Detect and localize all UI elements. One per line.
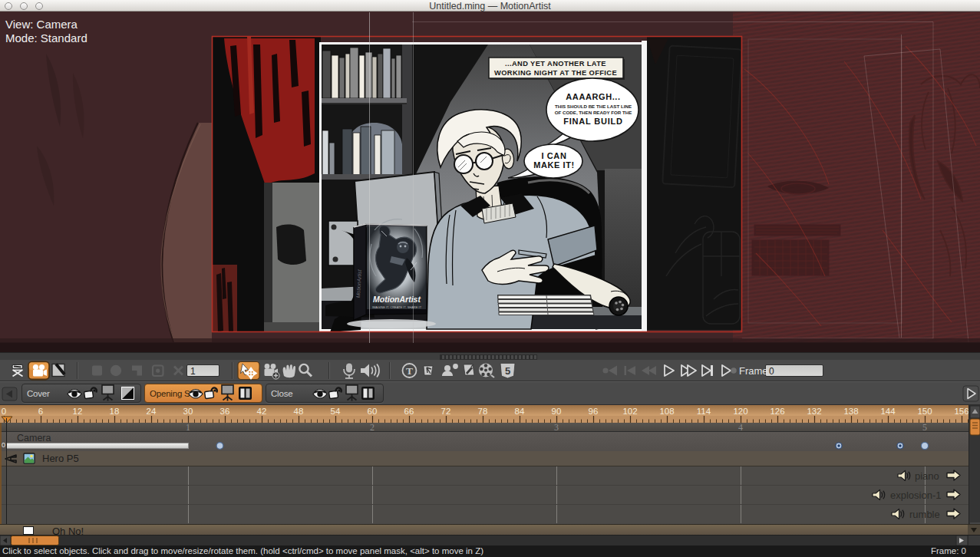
svg-text:MotionArtist: MotionArtist	[373, 295, 421, 304]
svg-text:78: 78	[478, 407, 488, 416]
svg-text:96: 96	[589, 407, 599, 416]
svg-text:54: 54	[331, 407, 341, 416]
svg-text:48: 48	[294, 407, 304, 416]
svg-text:66: 66	[404, 407, 414, 416]
svg-text:84: 84	[515, 407, 525, 416]
svg-text:0: 0	[2, 407, 6, 416]
svg-text:42: 42	[257, 407, 267, 416]
svg-text:90: 90	[552, 407, 562, 416]
svg-text:156: 156	[954, 407, 968, 416]
svg-text:126: 126	[770, 407, 784, 416]
svg-text:138: 138	[843, 407, 858, 416]
svg-text:6: 6	[38, 407, 43, 416]
svg-text:144: 144	[880, 407, 896, 416]
svg-text:24: 24	[147, 407, 157, 416]
svg-text:T: T	[406, 365, 413, 377]
svg-text:5: 5	[505, 365, 510, 377]
svg-text:MAKE IT!: MAKE IT!	[533, 160, 575, 170]
svg-text:36: 36	[220, 407, 230, 416]
svg-text:102: 102	[622, 407, 637, 416]
svg-text:60: 60	[368, 407, 378, 416]
svg-text:72: 72	[441, 407, 451, 416]
svg-text:132: 132	[807, 407, 821, 416]
svg-text:30: 30	[183, 407, 193, 416]
svg-text:IMAGINE IT, CREATE IT, SHARE I: IMAGINE IT, CREATE IT, SHARE IT	[372, 305, 422, 309]
svg-text:OF CODE, THEN READY FOR THE: OF CODE, THEN READY FOR THE	[555, 110, 632, 115]
svg-text:108: 108	[659, 407, 674, 416]
svg-text:12: 12	[73, 407, 83, 416]
svg-text:AAAARGH...: AAAARGH...	[566, 92, 620, 101]
svg-text:I CAN: I CAN	[542, 151, 567, 160]
svg-text:WORKING NIGHT AT THE OFFICE: WORKING NIGHT AT THE OFFICE	[494, 69, 617, 77]
svg-text:...AND YET ANOTHER LATE: ...AND YET ANOTHER LATE	[505, 60, 606, 68]
svg-text:FINAL BUILD: FINAL BUILD	[563, 117, 623, 126]
svg-text:114: 114	[697, 407, 711, 416]
svg-text:18: 18	[110, 407, 120, 416]
svg-text:120: 120	[733, 407, 747, 416]
svg-text:THIS SHOULD BE THE LAST LINE: THIS SHOULD BE THE LAST LINE	[555, 104, 632, 109]
svg-text:150: 150	[917, 407, 932, 416]
